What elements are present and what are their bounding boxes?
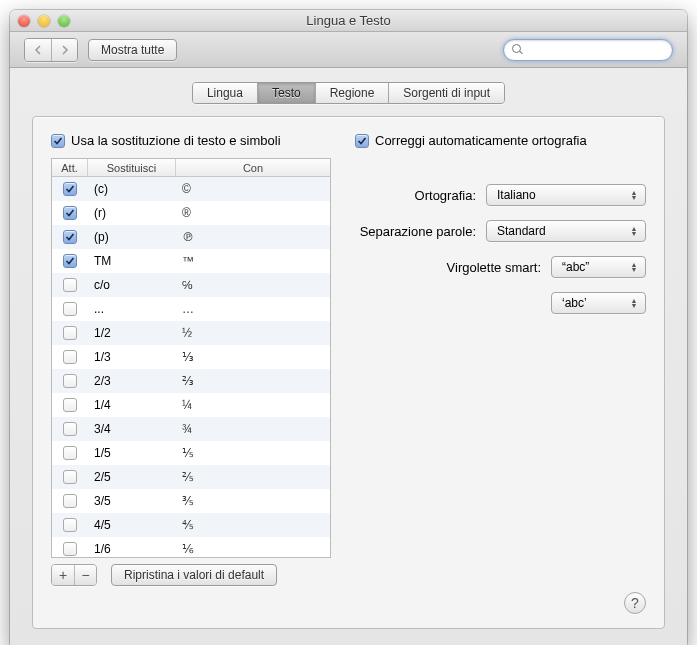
table-row[interactable]: 2/3⅔ <box>52 369 330 393</box>
table-row[interactable]: 1/2½ <box>52 321 330 345</box>
tab-regione[interactable]: Regione <box>315 83 389 103</box>
row-enabled-checkbox[interactable] <box>63 230 77 244</box>
row-replace-text[interactable]: 3/4 <box>88 422 176 436</box>
row-with-text[interactable]: © <box>176 182 330 196</box>
smartquotes-double-select[interactable]: “abc” ▲▼ <box>551 256 646 278</box>
row-enabled-checkbox[interactable] <box>63 446 77 460</box>
table-row[interactable]: 1/5⅕ <box>52 441 330 465</box>
help-button[interactable]: ? <box>624 592 646 614</box>
row-enabled-checkbox[interactable] <box>63 182 77 196</box>
row-with-text[interactable]: ⅔ <box>176 374 330 388</box>
updown-icon: ▲▼ <box>629 190 639 200</box>
back-button[interactable] <box>25 39 51 61</box>
search-field[interactable] <box>503 39 673 61</box>
row-replace-text[interactable]: 1/3 <box>88 350 176 364</box>
row-replace-text[interactable]: 2/3 <box>88 374 176 388</box>
table-row[interactable]: (c)© <box>52 177 330 201</box>
row-replace-text[interactable]: 1/6 <box>88 542 176 556</box>
close-window-button[interactable] <box>18 15 30 27</box>
row-with-text[interactable]: ⅖ <box>176 470 330 484</box>
row-with-text[interactable]: ⅙ <box>176 542 330 556</box>
row-with-text[interactable]: … <box>176 302 330 316</box>
wordbreak-select[interactable]: Standard ▲▼ <box>486 220 646 242</box>
add-button[interactable]: + <box>52 565 74 585</box>
row-with-text[interactable]: ½ <box>176 326 330 340</box>
row-enabled-checkbox[interactable] <box>63 254 77 268</box>
row-with-text[interactable]: ⅘ <box>176 518 330 532</box>
row-replace-text[interactable]: (p) <box>88 230 176 244</box>
row-enabled-checkbox[interactable] <box>63 206 77 220</box>
row-replace-text[interactable]: 1/4 <box>88 398 176 412</box>
tab-testo[interactable]: Testo <box>257 83 315 103</box>
smartquotes-single-select[interactable]: ‘abc’ ▲▼ <box>551 292 646 314</box>
column-header-sostituisci[interactable]: Sostituisci <box>88 159 176 176</box>
table-row[interactable]: 3/4¾ <box>52 417 330 441</box>
row-replace-text[interactable]: 4/5 <box>88 518 176 532</box>
tab-sorgenti[interactable]: Sorgenti di input <box>388 83 504 103</box>
search-input[interactable] <box>518 43 668 57</box>
autocorrect-checkbox[interactable] <box>355 134 369 148</box>
row-with-text[interactable]: ℗ <box>176 230 330 244</box>
updown-icon: ▲▼ <box>629 226 639 236</box>
tab-lingua[interactable]: Lingua <box>193 83 257 103</box>
row-with-text[interactable]: ® <box>176 206 330 220</box>
spelling-value: Italiano <box>497 188 536 202</box>
remove-button[interactable]: − <box>74 565 96 585</box>
row-enabled-checkbox[interactable] <box>63 422 77 436</box>
table-row[interactable]: 1/6⅙ <box>52 537 330 557</box>
table-row[interactable]: c/o℅ <box>52 273 330 297</box>
row-replace-text[interactable]: c/o <box>88 278 176 292</box>
zoom-window-button[interactable] <box>58 15 70 27</box>
traffic-lights <box>10 15 70 27</box>
table-row[interactable]: 2/5⅖ <box>52 465 330 489</box>
row-enabled-checkbox[interactable] <box>63 326 77 340</box>
row-enabled-checkbox[interactable] <box>63 494 77 508</box>
forward-button[interactable] <box>51 39 77 61</box>
row-enabled-checkbox[interactable] <box>63 302 77 316</box>
row-with-text[interactable]: ¾ <box>176 422 330 436</box>
spelling-label: Ortografia: <box>415 188 476 203</box>
add-remove-buttons: + − <box>51 564 97 586</box>
smartquotes-single-value: ‘abc’ <box>562 296 587 310</box>
table-row[interactable]: 4/5⅘ <box>52 513 330 537</box>
row-with-text[interactable]: ⅓ <box>176 350 330 364</box>
row-replace-text[interactable]: ... <box>88 302 176 316</box>
table-row[interactable]: ...… <box>52 297 330 321</box>
row-replace-text[interactable]: (c) <box>88 182 176 196</box>
row-replace-text[interactable]: 1/5 <box>88 446 176 460</box>
updown-icon: ▲▼ <box>629 262 639 272</box>
checkmark-icon <box>65 184 75 194</box>
row-enabled-checkbox[interactable] <box>63 542 77 556</box>
show-all-button[interactable]: Mostra tutte <box>88 39 177 61</box>
row-enabled-checkbox[interactable] <box>63 374 77 388</box>
minimize-window-button[interactable] <box>38 15 50 27</box>
table-row[interactable]: 3/5⅗ <box>52 489 330 513</box>
row-with-text[interactable]: ™ <box>176 254 330 268</box>
row-enabled-checkbox[interactable] <box>63 518 77 532</box>
table-row[interactable]: 1/4¼ <box>52 393 330 417</box>
row-enabled-checkbox[interactable] <box>63 398 77 412</box>
row-with-text[interactable]: ¼ <box>176 398 330 412</box>
table-row[interactable]: TM™ <box>52 249 330 273</box>
table-row[interactable]: (r)® <box>52 201 330 225</box>
row-enabled-checkbox[interactable] <box>63 470 77 484</box>
settings-panel: Usa la sostituzione di testo e simboli A… <box>32 116 665 629</box>
row-with-text[interactable]: ℅ <box>176 278 330 292</box>
row-replace-text[interactable]: 2/5 <box>88 470 176 484</box>
row-replace-text[interactable]: TM <box>88 254 176 268</box>
row-replace-text[interactable]: 3/5 <box>88 494 176 508</box>
spelling-select[interactable]: Italiano ▲▼ <box>486 184 646 206</box>
use-substitution-checkbox[interactable] <box>51 134 65 148</box>
restore-defaults-button[interactable]: Ripristina i valori di default <box>111 564 277 586</box>
table-row[interactable]: (p)℗ <box>52 225 330 249</box>
content-area: Lingua Testo Regione Sorgenti di input U… <box>10 68 687 645</box>
row-replace-text[interactable]: (r) <box>88 206 176 220</box>
row-enabled-checkbox[interactable] <box>63 278 77 292</box>
row-with-text[interactable]: ⅗ <box>176 494 330 508</box>
column-header-con[interactable]: Con <box>176 159 330 176</box>
table-row[interactable]: 1/3⅓ <box>52 345 330 369</box>
row-replace-text[interactable]: 1/2 <box>88 326 176 340</box>
row-enabled-checkbox[interactable] <box>63 350 77 364</box>
column-header-att[interactable]: Att. <box>52 159 88 176</box>
row-with-text[interactable]: ⅕ <box>176 446 330 460</box>
